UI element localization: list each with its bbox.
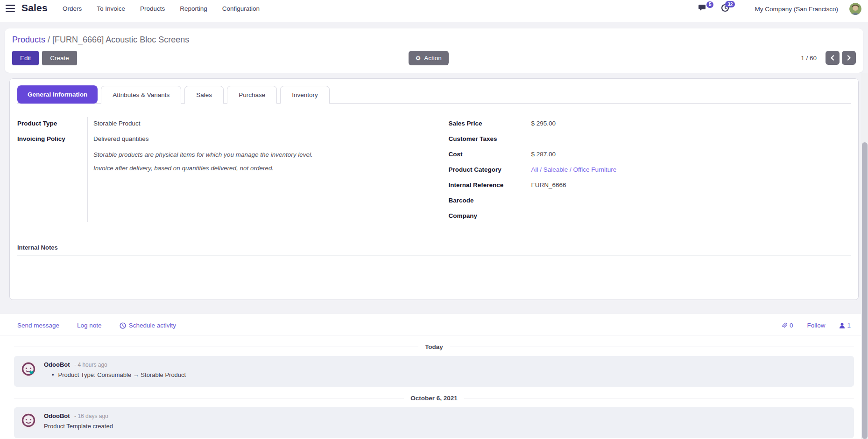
product-type-value: Storable Product [87, 120, 426, 127]
internal-notes-label: Internal Notes [17, 244, 851, 251]
pager-value[interactable]: 1 / 60 [801, 55, 817, 62]
follower-icon [839, 322, 845, 328]
message-author[interactable]: OdooBot [44, 412, 70, 419]
message-october: OdooBot - 16 days ago Product Template c… [14, 407, 854, 438]
activities-badge: 32 [725, 1, 735, 7]
scrollbar-thumb[interactable] [862, 142, 868, 439]
message-today: OdooBot - 4 hours ago • Product Type: Co… [14, 356, 854, 387]
paperclip-icon [782, 322, 788, 329]
message-body: Product Template created [44, 423, 113, 430]
field-product-type: Product Type Storable Product [17, 116, 426, 131]
date-label: October 6, 2021 [410, 395, 458, 402]
messages-icon[interactable]: 5 [699, 4, 708, 14]
internal-notes-section: Internal Notes [17, 244, 851, 292]
pager-next-button[interactable] [842, 51, 856, 65]
field-barcode: Barcode [449, 193, 851, 208]
create-button[interactable]: Create [42, 51, 77, 65]
app-menu: Orders To Invoice Products Reporting Con… [63, 5, 260, 12]
internal-reference-label: Internal Reference [449, 181, 525, 188]
breadcrumb-current: [FURN_6666] Acoustic Bloc Screens [52, 35, 189, 44]
followers-button[interactable]: 1 [839, 322, 851, 329]
field-sales-price: Sales Price $ 295.00 [449, 116, 851, 131]
top-navbar: Sales Orders To Invoice Products Reporti… [0, 0, 868, 22]
messages-badge: 5 [706, 1, 714, 8]
barcode-label: Barcode [449, 197, 525, 204]
schedule-activity-label: Schedule activity [129, 322, 176, 329]
tab-purchase[interactable]: Purchase [227, 86, 277, 104]
left-field-group: Product Type Storable Product Invoicing … [17, 116, 426, 223]
pager: 1 / 60 [801, 51, 856, 65]
bullet-icon: • [52, 371, 54, 378]
date-divider-today: Today [14, 343, 854, 350]
tab-attributes-variants[interactable]: Attributes & Variants [101, 86, 181, 104]
action-button[interactable]: ⚙ Action [409, 51, 449, 65]
tab-sales[interactable]: Sales [184, 86, 224, 104]
nav-item-reporting[interactable]: Reporting [180, 5, 207, 12]
cost-label: Cost [449, 151, 525, 158]
activities-icon[interactable]: 32 [721, 4, 729, 14]
product-type-label: Product Type [17, 120, 87, 127]
internal-reference-value: FURN_6666 [525, 181, 851, 188]
field-internal-reference: Internal Reference FURN_6666 [449, 177, 851, 193]
form-view: General Information Attributes & Variant… [0, 73, 868, 307]
nav-item-configuration[interactable]: Configuration [222, 5, 260, 12]
field-customer-taxes: Customer Taxes [449, 131, 851, 146]
message-timestamp: - 16 days ago [74, 413, 108, 419]
product-sheet: General Information Attributes & Variant… [9, 78, 859, 300]
gear-icon: ⚙ [416, 55, 421, 61]
product-category-label: Product Category [449, 166, 525, 173]
internal-notes-area[interactable] [17, 256, 851, 292]
chatter: Send message Log note Schedule activity … [0, 314, 868, 439]
apps-menu-icon[interactable] [6, 5, 15, 12]
message-author[interactable]: OdooBot [44, 361, 70, 368]
odoobot-avatar [20, 411, 37, 432]
sales-price-label: Sales Price [449, 120, 525, 127]
action-button-label: Action [424, 55, 442, 62]
tab-inventory[interactable]: Inventory [280, 86, 330, 104]
storable-help-text: Storable products are physical items for… [93, 151, 426, 160]
send-message-button[interactable]: Send message [17, 322, 59, 329]
app-name[interactable]: Sales [21, 2, 48, 14]
invoicing-policy-value: Delivered quantities [87, 135, 426, 142]
attachments-count: 0 [790, 322, 793, 329]
field-invoicing-policy: Invoicing Policy Delivered quantities [17, 131, 426, 146]
message-body: Product Type: Consumable → Storable Prod… [58, 371, 186, 378]
tab-pane-general: Product Type Storable Product Invoicing … [17, 104, 851, 223]
company-switcher[interactable]: My Company (San Francisco) [755, 6, 838, 13]
pager-previous-button[interactable] [826, 51, 840, 65]
product-category-link[interactable]: All / Saleable / Office Furniture [525, 166, 851, 173]
user-avatar[interactable] [849, 3, 861, 15]
odoobot-avatar [20, 360, 37, 381]
nav-item-products[interactable]: Products [140, 5, 165, 12]
date-label: Today [425, 343, 443, 350]
follow-button[interactable]: Follow [807, 322, 825, 329]
invoicing-policy-label: Invoicing Policy [17, 135, 87, 142]
edit-button[interactable]: Edit [12, 51, 39, 65]
tab-general-information[interactable]: General Information [17, 85, 98, 104]
breadcrumb: Products / [FURN_6666] Acoustic Bloc Scr… [12, 35, 856, 45]
cost-value: $ 287.00 [525, 151, 851, 158]
field-cost: Cost $ 287.00 [449, 146, 851, 162]
right-field-group: Sales Price $ 295.00 Customer Taxes Cost… [442, 116, 851, 223]
followers-count: 1 [847, 322, 851, 329]
attachments-button[interactable]: 0 [782, 322, 793, 329]
nav-item-orders[interactable]: Orders [63, 5, 82, 12]
date-divider-october: October 6, 2021 [14, 395, 854, 402]
log-note-button[interactable]: Log note [77, 322, 102, 329]
vertical-scrollbar [861, 73, 868, 439]
notebook-tabs: General Information Attributes & Variant… [17, 85, 851, 104]
breadcrumb-products-link[interactable]: Products [12, 35, 45, 44]
field-company: Company [449, 208, 851, 223]
control-panel: Products / [FURN_6666] Acoustic Bloc Scr… [5, 28, 863, 73]
invoicing-help-text: Invoice after delivery, based on quantit… [93, 165, 426, 174]
nav-item-to-invoice[interactable]: To Invoice [97, 5, 125, 12]
field-product-category: Product Category All / Saleable / Office… [449, 162, 851, 177]
clock-icon [120, 322, 126, 329]
customer-taxes-label: Customer Taxes [449, 135, 525, 142]
message-timestamp: - 4 hours ago [74, 362, 107, 368]
schedule-activity-button[interactable]: Schedule activity [120, 322, 176, 329]
sales-price-value: $ 295.00 [525, 120, 851, 127]
breadcrumb-separator: / [48, 35, 50, 44]
company-label: Company [449, 212, 525, 219]
